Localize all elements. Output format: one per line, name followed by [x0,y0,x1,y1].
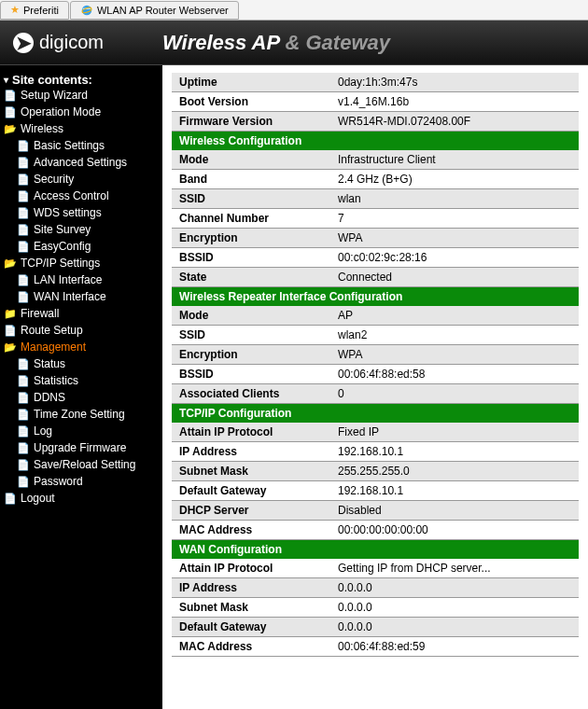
sidebar-item-status[interactable]: Status [34,357,65,370]
table-row: Subnet Mask0.0.0.0 [172,598,579,618]
table-row: Band2.4 GHz (B+G) [172,170,579,189]
sidebar-item-easyconfig[interactable]: EasyConfig [34,240,91,253]
tab-label: WLAN AP Router Webserver [97,5,229,16]
tab-page[interactable]: WLAN AP Router Webserver [70,1,239,20]
table-row: Subnet Mask255.255.255.0 [172,462,579,481]
row-value: AP [330,306,579,326]
sidebar-item-firewall[interactable]: Firewall [21,307,59,320]
row-label: IP Address [172,578,330,598]
sidebar-item-wan-interface[interactable]: WAN Interface [34,290,106,303]
table-row: Uptime0day:1h:3m:47s [172,73,579,92]
page-title: Wireless AP & Gateway [162,31,390,55]
table-row: Default Gateway192.168.10.1 [172,481,579,501]
section-title: Wireless Repeater Interface Configuratio… [172,287,579,307]
row-label: State [172,268,330,287]
row-label: Boot Version [172,92,330,112]
section-title: TCP/IP Configuration [172,404,579,424]
table-row: IP Address0.0.0.0 [172,578,579,598]
row-label: Attain IP Protocol [172,423,330,442]
section-title: Wireless Configuration [172,132,579,151]
sidebar-item-access-control[interactable]: Access Control [34,189,109,202]
sidebar-item-password[interactable]: Password [34,475,83,488]
table-row: Boot Versionv1.4_16M.16b [172,92,579,112]
nav-tree: Setup Wizard Operation Mode Wireless Bas… [4,87,159,507]
table-row: Default Gateway0.0.0.0 [172,618,579,637]
sidebar-item-statistics[interactable]: Statistics [34,374,78,387]
star-icon: ★ [10,4,20,16]
table-row: BSSID00:c0:02:9c:28:16 [172,248,579,268]
row-value: 00:c0:02:9c:28:16 [330,248,579,268]
content-pane: Uptime0day:1h:3m:47sBoot Versionv1.4_16M… [162,65,588,709]
row-value: 0.0.0.0 [330,618,579,637]
sidebar: Site contents: Setup Wizard Operation Mo… [0,65,162,709]
row-value: wlan2 [330,326,579,345]
table-row: Attain IP ProtocolFixed IP [172,423,579,442]
row-label: BSSID [172,248,330,268]
tab-label: Preferiti [23,5,59,16]
sidebar-item-wireless[interactable]: Wireless [21,122,63,135]
status-table: Uptime0day:1h:3m:47sBoot Versionv1.4_16M… [172,73,579,657]
row-label: SSID [172,326,330,345]
row-label: DHCP Server [172,501,330,521]
row-value: v1.4_16M.16b [330,92,579,112]
sidebar-item-route-setup[interactable]: Route Setup [21,324,83,337]
row-value: 0day:1h:3m:47s [330,73,579,92]
row-value: 2.4 GHz (B+G) [330,170,579,189]
row-label: Encryption [172,345,330,365]
section-header: Wireless Repeater Interface Configuratio… [172,287,579,307]
row-label: Subnet Mask [172,462,330,481]
row-label: MAC Address [172,521,330,540]
sidebar-item-security[interactable]: Security [34,173,74,186]
title-strong: Wireless AP [162,31,279,54]
row-value: Fixed IP [330,423,579,442]
sidebar-item-lan-interface[interactable]: LAN Interface [34,273,102,286]
row-label: Attain IP Protocol [172,559,330,578]
row-label: Channel Number [172,209,330,229]
table-row: EncryptionWPA [172,229,579,248]
svg-point-0 [82,5,92,15]
logo-mark-icon: ➤ [13,33,34,53]
row-value: Getting IP from DHCP server... [330,559,579,578]
table-row: StateConnected [172,268,579,287]
row-value: 255.255.255.0 [330,462,579,481]
row-label: Subnet Mask [172,598,330,618]
sidebar-item-advanced-settings[interactable]: Advanced Settings [34,156,127,169]
section-title: WAN Configuration [172,540,579,560]
sidebar-item-site-survey[interactable]: Site Survey [34,223,91,236]
sidebar-item-upgrade-firmware[interactable]: Upgrade Firmware [34,441,126,454]
table-row: Firmware VersionWR514R-MDI.072408.00F [172,112,579,132]
sidebar-item-logout[interactable]: Logout [21,492,55,505]
row-label: Mode [172,306,330,326]
sidebar-item-tcpip[interactable]: TCP/IP Settings [21,257,100,270]
sidebar-item-ddns[interactable]: DDNS [34,391,65,404]
table-row: SSIDwlan2 [172,326,579,345]
site-contents-title: Site contents: [4,73,159,87]
row-value: 00:06:4f:88:ed:59 [330,637,579,657]
row-value: WPA [330,229,579,248]
table-row: ModeInfrastructure Client [172,150,579,170]
table-row: Channel Number7 [172,209,579,229]
row-value: 0.0.0.0 [330,578,579,598]
brand-logo: ➤ digicom [0,32,162,53]
table-row: BSSID00:06:4f:88:ed:58 [172,365,579,384]
ie-icon [80,4,93,17]
row-label: Uptime [172,73,330,92]
sidebar-item-log[interactable]: Log [34,424,52,438]
row-label: Associated Clients [172,384,330,404]
row-value: 00:00:00:00:00:00 [330,521,579,540]
sidebar-item-wds-settings[interactable]: WDS settings [34,206,102,219]
row-value: Infrastructure Client [330,150,579,170]
sidebar-item-basic-settings[interactable]: Basic Settings [34,139,105,152]
row-value: 0.0.0.0 [330,598,579,618]
sidebar-item-operation-mode[interactable]: Operation Mode [21,105,101,118]
tab-favorites[interactable]: ★ Preferiti [0,1,69,20]
sidebar-item-setup-wizard[interactable]: Setup Wizard [21,89,88,102]
section-header: Wireless Configuration [172,132,579,151]
sidebar-item-management[interactable]: Management [21,341,86,354]
browser-tabbar: ★ Preferiti WLAN AP Router Webserver [0,0,588,21]
sidebar-item-time-zone-setting[interactable]: Time Zone Setting [34,408,125,421]
row-value: Connected [330,268,579,287]
sidebar-item-save-reload-setting[interactable]: Save/Reload Setting [34,458,135,471]
table-row: DHCP ServerDisabled [172,501,579,521]
row-value: WR514R-MDI.072408.00F [330,112,579,132]
